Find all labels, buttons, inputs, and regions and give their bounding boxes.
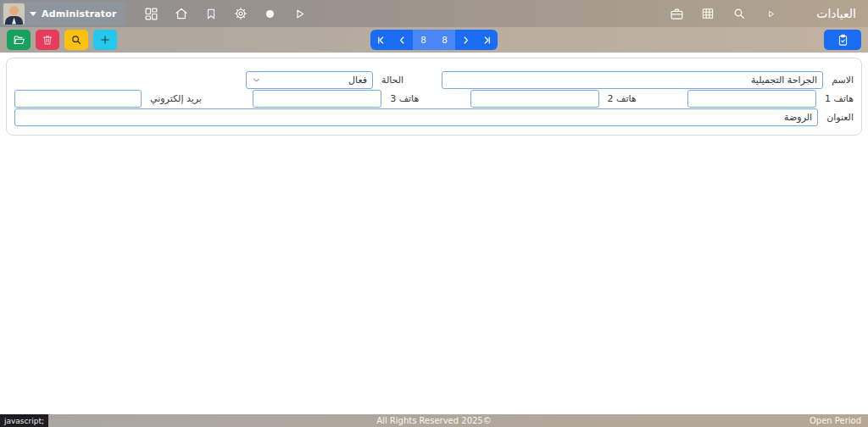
- trash-icon: [42, 34, 53, 46]
- open-button[interactable]: [7, 30, 31, 50]
- phone2-label: هاتف 2: [608, 93, 637, 104]
- email-label: بريد إلكتروني: [150, 93, 202, 104]
- magnifier-icon: [70, 34, 82, 46]
- table-grid-icon[interactable]: [700, 6, 715, 21]
- main-content: الاسم الحالة فعال هاتف 1 هاتف 2: [0, 53, 868, 414]
- phone2-field-group: هاتف 2: [470, 90, 637, 108]
- delete-button[interactable]: [36, 30, 59, 50]
- search-record-button[interactable]: [64, 30, 88, 50]
- play-small-icon[interactable]: [763, 6, 778, 21]
- address-label: العنوان: [826, 112, 854, 123]
- chevron-down-icon: [252, 75, 261, 85]
- name-field-group: الاسم: [442, 71, 854, 89]
- last-page-icon: [481, 35, 492, 46]
- phone1-input[interactable]: [687, 90, 816, 108]
- chevron-right-icon: [460, 35, 471, 46]
- status-label: الحالة: [381, 75, 403, 86]
- form-row-contacts: هاتف 1 هاتف 2 هاتف 3 بريد إلكتروني: [14, 90, 854, 108]
- clipboard-save-icon: [837, 34, 849, 47]
- top-navigation-bar: Administrator: [0, 0, 868, 27]
- action-toolbar: 8 8: [0, 27, 868, 53]
- pagination-bar: 8 8: [370, 30, 498, 50]
- phone1-field-group: هاتف 1: [687, 90, 854, 108]
- user-name-label: Administrator: [42, 8, 117, 19]
- phone1-label: هاتف 1: [825, 93, 854, 104]
- last-page-button[interactable]: [476, 30, 498, 50]
- chevron-left-icon: [397, 35, 408, 46]
- search-icon[interactable]: [732, 6, 747, 21]
- phone2-input[interactable]: [470, 90, 599, 108]
- email-input[interactable]: [14, 90, 142, 108]
- phone3-label: هاتف 3: [390, 93, 419, 104]
- avatar: [3, 3, 25, 25]
- home-icon[interactable]: [174, 6, 189, 21]
- status-bar: javascript; All Rights Reserved 2025© Op…: [0, 414, 868, 427]
- phone3-field-group: هاتف 3: [253, 90, 419, 108]
- clinic-form-panel: الاسم الحالة فعال هاتف 1 هاتف 2: [6, 58, 862, 136]
- open-period-label: Open Period: [810, 416, 861, 425]
- run-play-icon[interactable]: [292, 6, 308, 21]
- caret-down-icon: [30, 12, 36, 16]
- address-input[interactable]: [14, 108, 818, 126]
- record-dot-icon[interactable]: [263, 6, 278, 21]
- next-page-button[interactable]: [455, 30, 476, 50]
- email-field-group: بريد إلكتروني: [14, 90, 202, 108]
- address-field-group: العنوان: [14, 108, 854, 126]
- previous-page-button[interactable]: [392, 30, 413, 50]
- current-page-indicator[interactable]: 8: [413, 30, 434, 50]
- dashboard-icon[interactable]: [144, 6, 159, 21]
- settings-gear-icon[interactable]: [233, 6, 248, 21]
- plus-icon: [99, 34, 111, 46]
- bookmark-icon[interactable]: [203, 6, 219, 21]
- first-page-icon: [376, 35, 387, 46]
- first-page-button[interactable]: [370, 30, 392, 50]
- form-row-name-status: الاسم الحالة فعال: [14, 71, 854, 89]
- folder-open-icon: [13, 34, 25, 47]
- name-input[interactable]: [442, 71, 823, 89]
- briefcase-icon[interactable]: [669, 6, 684, 21]
- copyright-text: All Rights Reserved 2025©: [376, 416, 491, 425]
- status-field-group: الحالة فعال: [246, 71, 403, 89]
- status-selected-value: فعال: [348, 75, 367, 86]
- page-title: العيادات: [816, 7, 856, 20]
- user-menu[interactable]: Administrator: [2, 2, 125, 25]
- phone3-input[interactable]: [253, 90, 381, 108]
- browser-status-tooltip: javascript;: [0, 414, 48, 427]
- total-pages-indicator[interactable]: 8: [434, 30, 455, 50]
- status-select[interactable]: فعال: [246, 71, 373, 89]
- add-button[interactable]: [93, 30, 117, 50]
- app-window: Administrator: [0, 0, 868, 427]
- form-row-address: العنوان: [14, 108, 854, 126]
- name-label: الاسم: [832, 75, 854, 86]
- save-button[interactable]: [824, 30, 861, 50]
